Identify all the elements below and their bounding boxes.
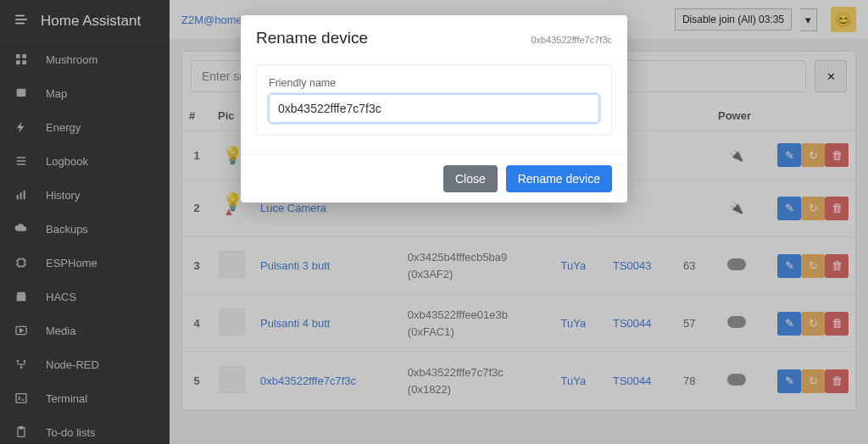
modal-header: Rename device 0xb43522fffe7c7f3c [241, 15, 627, 56]
modal-title: Rename device [256, 29, 368, 47]
rename-button[interactable]: Rename device [506, 165, 612, 192]
friendly-name-input[interactable] [269, 94, 599, 123]
modal-body: Friendly name [241, 56, 627, 154]
friendly-name-label: Friendly name [269, 77, 599, 89]
modal-subtitle: 0xb43522fffe7c7f3c [531, 35, 612, 45]
form-card: Friendly name [256, 64, 612, 136]
rename-device-modal: Rename device 0xb43522fffe7c7f3c Friendl… [241, 15, 627, 203]
modal-overlay[interactable]: Rename device 0xb43522fffe7c7f3c Friendl… [0, 0, 868, 444]
close-button[interactable]: Close [443, 165, 498, 192]
modal-footer: Close Rename device [241, 154, 627, 203]
